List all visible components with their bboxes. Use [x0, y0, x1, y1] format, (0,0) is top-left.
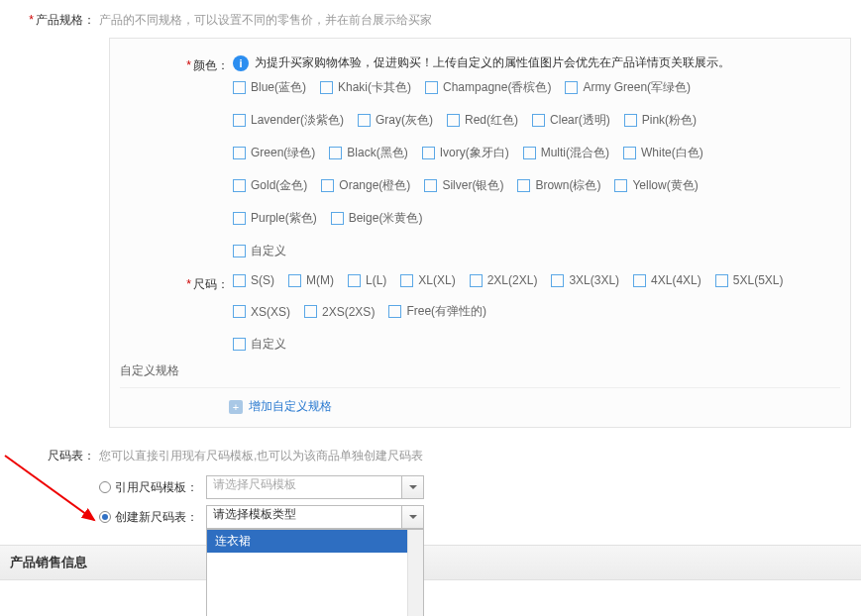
color-option[interactable]: Clear(透明) [532, 112, 610, 129]
size-option[interactable]: L(L) [348, 273, 386, 287]
color-option[interactable]: Army Green(军绿色) [565, 79, 691, 96]
color-option[interactable]: Purple(紫色) [233, 210, 317, 227]
template-input[interactable]: 请选择尺码模板 [206, 475, 402, 499]
plus-icon: + [229, 400, 243, 414]
use-template-label: 引用尺码模板： [115, 479, 206, 496]
color-option[interactable]: Pink(粉色) [624, 112, 697, 129]
color-option-custom[interactable]: 自定义 [233, 243, 286, 259]
size-label: *尺码： [120, 273, 229, 295]
size-option[interactable]: 3XL(3XL) [551, 273, 619, 287]
scrollbar[interactable] [407, 530, 423, 616]
color-option[interactable]: Orange(橙色) [321, 177, 410, 194]
size-option[interactable]: S(S) [233, 273, 274, 287]
size-option[interactable]: XS(XS) [233, 303, 290, 320]
size-option-custom[interactable]: 自定义 [233, 336, 286, 353]
info-icon: i [233, 55, 249, 71]
product-spec-desc: 产品的不同规格，可以设置不同的零售价，并在前台展示给买家 [99, 10, 432, 30]
size-option[interactable]: 2XS(2XS) [304, 303, 375, 320]
spec-box: *颜色： i 为提升买家购物体验，促进购买！上传自定义的属性值图片会优先在产品详… [109, 38, 851, 428]
product-spec-label: *产品规格： [0, 10, 99, 30]
color-option[interactable]: Multi(混合色) [523, 145, 609, 161]
custom-spec-label: 自定义规格 [120, 362, 840, 379]
color-option[interactable]: Brown(棕色) [517, 177, 600, 194]
size-option[interactable]: 4XL(4XL) [633, 273, 701, 287]
color-option[interactable]: Gray(灰色) [358, 112, 433, 129]
use-template-radio[interactable] [99, 481, 111, 493]
color-option[interactable]: Silver(银色) [424, 177, 503, 194]
color-option[interactable]: White(白色) [623, 145, 703, 161]
template-combo[interactable]: 请选择尺码模板 [206, 475, 424, 499]
color-option[interactable]: Green(绿色) [233, 145, 315, 161]
size-option[interactable]: 5XL(5XL) [715, 273, 784, 287]
color-option[interactable]: Gold(金色) [233, 177, 307, 194]
color-option[interactable]: Black(黑色) [329, 145, 407, 161]
size-table-desc: 您可以直接引用现有尺码模板,也可以为该商品单独创建尺码表 [99, 446, 861, 465]
color-option[interactable]: Blue(蓝色) [233, 79, 306, 96]
chevron-down-icon[interactable] [402, 505, 424, 529]
dropdown-item[interactable]: 连衣裙 [207, 530, 423, 553]
size-option[interactable]: M(M) [288, 273, 334, 287]
size-options: S(S) M(M) L(L) XL(XL) 2XL(2XL) 3XL(3XL) … [233, 273, 840, 353]
divider [120, 387, 840, 388]
type-dropdown: 连衣裙 [206, 529, 424, 616]
color-label: *颜色： [120, 54, 229, 76]
type-combo[interactable]: 请选择模板类型 连衣裙 [206, 505, 424, 529]
create-new-radio[interactable] [99, 511, 111, 523]
size-option[interactable]: 2XL(2XL) [470, 273, 538, 287]
color-option[interactable]: Khaki(卡其色) [320, 79, 411, 96]
color-option[interactable]: Champagne(香槟色) [425, 79, 551, 96]
create-new-label: 创建新尺码表： [115, 509, 206, 526]
type-input[interactable]: 请选择模板类型 [206, 505, 402, 529]
size-table-label: 尺码表： [0, 446, 99, 465]
color-info: i 为提升买家购物体验，促进购买！上传自定义的属性值图片会优先在产品详情页关联展… [233, 54, 840, 71]
add-custom-spec-link[interactable]: 增加自定义规格 [249, 398, 332, 415]
color-option[interactable]: Beige(米黄色) [331, 210, 423, 227]
size-option[interactable]: Free(有弹性的) [388, 303, 486, 320]
color-options: Blue(蓝色) Khaki(卡其色) Champagne(香槟色) Army … [233, 79, 840, 259]
size-option[interactable]: XL(XL) [400, 273, 455, 287]
chevron-down-icon[interactable] [402, 475, 424, 499]
color-option[interactable]: Red(红色) [447, 112, 518, 129]
color-option[interactable]: Ivory(象牙白) [422, 145, 509, 161]
sales-info-header: 产品销售信息 [0, 545, 861, 580]
color-option[interactable]: Yellow(黄色) [614, 177, 698, 194]
color-option[interactable]: Lavender(淡紫色) [233, 112, 344, 129]
